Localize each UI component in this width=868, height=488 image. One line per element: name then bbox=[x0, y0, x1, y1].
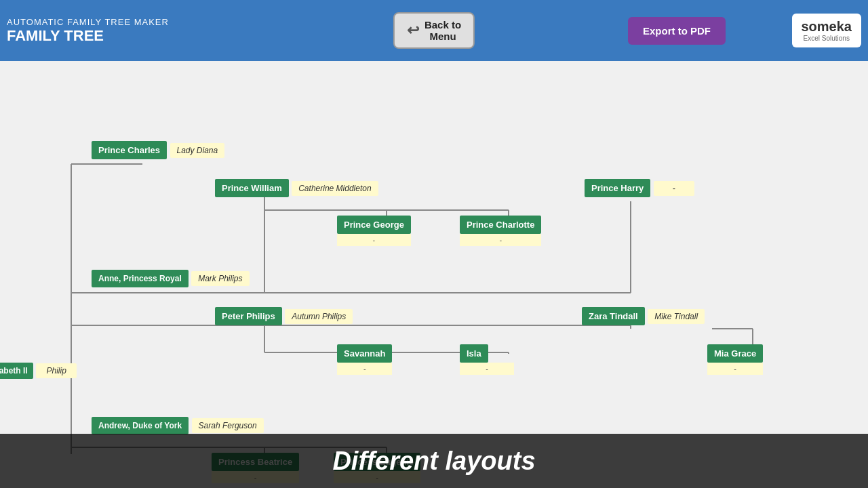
andrew-spouse: Sarah Ferguson bbox=[192, 418, 264, 433]
anne-name: Anne, Princess Royal bbox=[92, 270, 189, 287]
mia-grace-value: - bbox=[707, 363, 763, 375]
export-pdf-button[interactable]: Export to PDF bbox=[628, 17, 726, 45]
peter-philips-spouse: Autumn Philips bbox=[285, 309, 353, 324]
header: AUTOMATIC FAMILY TREE MAKER FAMILY TREE … bbox=[0, 0, 868, 61]
prince-harry-name: Prince Harry bbox=[585, 179, 650, 197]
prince-harry-spouse: - bbox=[654, 181, 694, 196]
back-to-menu-label: Back toMenu bbox=[425, 19, 461, 42]
zara-tindall-spouse: Mike Tindall bbox=[648, 309, 705, 324]
zara-tindall-node: Zara Tindall Mike Tindall bbox=[582, 307, 705, 325]
andrew-name: Andrew, Duke of York bbox=[92, 417, 189, 434]
logo-sub: Excel Solutions bbox=[804, 35, 850, 42]
prince-charles-node: Prince Charles Lady Diana bbox=[92, 141, 224, 159]
elizabeth-ii-node: Elizabeth II Philip bbox=[0, 363, 77, 379]
savannah-value: - bbox=[337, 363, 392, 375]
back-to-menu-button[interactable]: ↩ Back toMenu bbox=[393, 12, 475, 49]
prince-george-value: - bbox=[337, 234, 411, 246]
peter-philips-node: Peter Philips Autumn Philips bbox=[215, 307, 353, 325]
elizabeth-ii-name: Elizabeth II bbox=[0, 363, 33, 379]
tree-lines bbox=[0, 61, 868, 454]
tree-container: Elizabeth II Philip Prince Charles Lady … bbox=[0, 61, 868, 454]
savannah-node: Savannah - bbox=[337, 344, 392, 375]
peter-philips-name: Peter Philips bbox=[215, 307, 282, 325]
anne-node: Anne, Princess Royal Mark Philips bbox=[92, 270, 250, 287]
savannah-name: Savannah bbox=[337, 344, 392, 363]
isla-name: Isla bbox=[460, 344, 488, 363]
prince-george-name: Prince George bbox=[337, 216, 411, 234]
mia-grace-name: Mia Grace bbox=[707, 344, 763, 363]
andrew-node: Andrew, Duke of York Sarah Ferguson bbox=[92, 417, 264, 434]
zara-tindall-name: Zara Tindall bbox=[582, 307, 645, 325]
prince-william-node: Prince William Catherine Middleton bbox=[215, 179, 378, 197]
prince-william-name: Prince William bbox=[215, 179, 289, 197]
prince-charlotte-node: Prince Charlotte - bbox=[460, 216, 541, 246]
prince-charles-name: Prince Charles bbox=[92, 141, 167, 159]
anne-spouse: Mark Philips bbox=[191, 271, 249, 286]
family-tree-title: FAMILY TREE bbox=[7, 27, 169, 45]
prince-william-spouse: Catherine Middleton bbox=[292, 181, 378, 196]
bottom-overlay: Different layouts bbox=[0, 434, 868, 488]
someka-logo: someka Excel Solutions bbox=[792, 14, 862, 47]
isla-node: Isla - bbox=[460, 344, 514, 375]
different-layouts-text: Different layouts bbox=[332, 447, 535, 476]
prince-charlotte-name: Prince Charlotte bbox=[460, 216, 541, 234]
prince-charles-spouse: Lady Diana bbox=[170, 143, 225, 158]
mia-grace-node: Mia Grace - bbox=[707, 344, 763, 375]
header-titles: AUTOMATIC FAMILY TREE MAKER FAMILY TREE bbox=[7, 17, 169, 45]
logo-text: someka bbox=[802, 19, 852, 35]
elizabeth-ii-spouse: Philip bbox=[36, 363, 77, 378]
prince-george-node: Prince George - bbox=[337, 216, 411, 246]
isla-value: - bbox=[460, 363, 514, 375]
prince-charlotte-value: - bbox=[460, 234, 541, 246]
back-arrow-icon: ↩ bbox=[407, 22, 419, 39]
app-title: AUTOMATIC FAMILY TREE MAKER bbox=[7, 17, 169, 27]
main-area: Elizabeth II Philip Prince Charles Lady … bbox=[0, 61, 868, 488]
prince-harry-node: Prince Harry - bbox=[585, 179, 694, 197]
